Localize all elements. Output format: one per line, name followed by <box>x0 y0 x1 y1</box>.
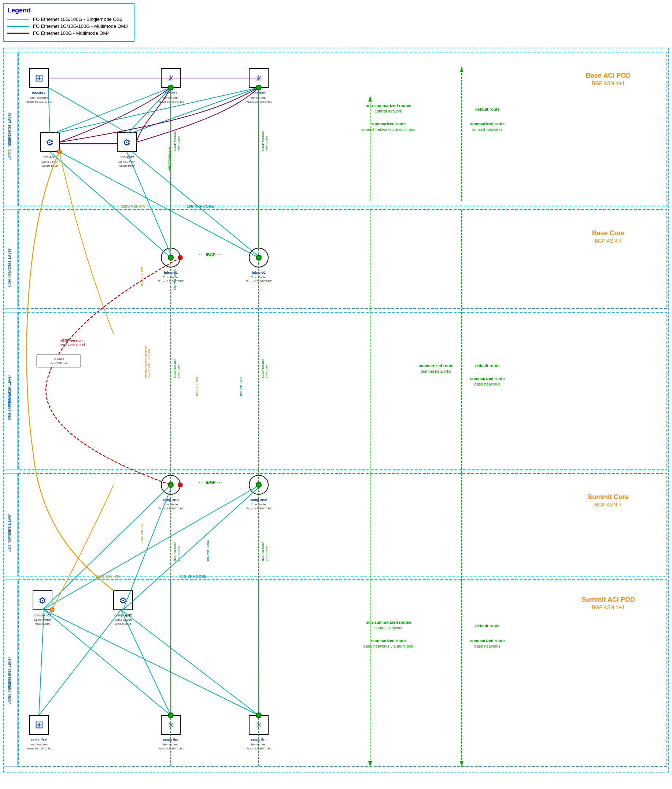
svg-text:10G VRF CORE: 10G VRF CORE <box>206 540 209 561</box>
svg-rect-16 <box>18 209 667 308</box>
svg-text:summarized route: summarized route <box>470 638 505 643</box>
svg-text:100G VRF IPN: 100G VRF IPN <box>195 377 199 396</box>
svg-text:Via NOIR Lab: Via NOIR Lab <box>49 362 68 365</box>
svg-text:VRF CORE: VRF CORE <box>177 546 180 561</box>
svg-text:default route: default route <box>475 624 500 628</box>
svg-line-140 <box>132 88 259 133</box>
svg-text:BGP ASN Y+1: BGP ASN Y+1 <box>592 604 625 610</box>
svg-text:Nexus 9504: Nexus 9504 <box>115 622 131 626</box>
svg-point-166 <box>168 255 173 260</box>
svg-text:⚙: ⚙ <box>119 596 127 605</box>
svg-text:non-summarized routes: non-summarized routes <box>366 103 412 108</box>
svg-line-153 <box>39 610 44 716</box>
svg-rect-15 <box>18 52 667 206</box>
svg-text:summit networks via multi-pod: summit networks via multi-pod <box>361 127 415 131</box>
svg-text:bdc-lfXY: bdc-lfXY <box>32 91 46 95</box>
svg-text:10G VRF CORE: 10G VRF CORE <box>173 268 177 290</box>
legend-item-1: FO Ethernet 10G/100G - Singlemode OS2 <box>7 16 128 22</box>
svg-line-137 <box>55 88 171 133</box>
svg-text:eBGP session: eBGP session <box>173 541 177 561</box>
svg-point-170 <box>168 713 173 718</box>
svg-text:⊞: ⊞ <box>35 72 43 83</box>
svg-text:BGP ASN X+1: BGP ASN X+1 <box>592 80 625 86</box>
svg-text:VRF CORE: VRF CORE <box>177 136 180 151</box>
svg-text:VRF CORE: VRF CORE <box>168 154 171 171</box>
svg-line-141 <box>50 152 171 258</box>
svg-text:⚙: ⚙ <box>123 137 131 147</box>
svg-text:Nexus 93108TC-EX: Nexus 93108TC-EX <box>26 747 52 750</box>
svg-marker-55 <box>460 67 463 72</box>
svg-text:eBGP session: eBGP session <box>173 358 177 378</box>
svg-text:base networks: base networks <box>474 644 501 648</box>
svg-point-171 <box>256 713 261 718</box>
svg-text:100G VRF IPN: 100G VRF IPN <box>121 204 145 209</box>
svg-text:Spine Switch: Spine Switch <box>34 618 51 621</box>
svg-text:Spine Switch: Spine Switch <box>115 618 131 621</box>
svg-text:⊞: ⊞ <box>35 719 43 730</box>
svg-text:eBGP session: eBGP session <box>173 131 177 151</box>
svg-text:Leaf Switches: Leaf Switches <box>30 96 48 99</box>
svg-text:Base ACI POD: Base ACI POD <box>586 72 630 79</box>
svg-marker-48 <box>368 96 372 102</box>
svg-text:10G VRF CORE: 10G VRF CORE <box>187 204 214 209</box>
svg-text:default route: default route <box>475 364 500 368</box>
svg-point-164 <box>168 85 173 90</box>
device-bdc-sp01: ⚙ bdc-sp01 Spine Switch Nexus 9508 <box>40 133 62 168</box>
svg-text:base networks via multi-pod: base networks via multi-pod <box>364 644 413 648</box>
svg-text:Nexus 93108TC-EX: Nexus 93108TC-EX <box>26 100 52 103</box>
wan-edge-layer-label: WAN Edge Layer Inter-site Network <box>4 312 18 470</box>
svg-text:Control Network: Control Network <box>7 134 11 161</box>
svg-text:eBGP session: eBGP session <box>261 541 265 561</box>
svg-point-165 <box>256 85 261 90</box>
svg-rect-18 <box>18 473 667 576</box>
svg-text:non-summarized routes: non-summarized routes <box>366 620 412 624</box>
svg-text:Core Network: Core Network <box>7 264 11 287</box>
svg-text:summarized route: summarized route <box>470 376 505 381</box>
svg-text:10G VRF CORE: 10G VRF CORE <box>180 575 207 579</box>
svg-text:⚙: ⚙ <box>38 596 46 605</box>
svg-text:eBGP session: eBGP session <box>261 131 265 151</box>
svg-text:Summit Core: Summit Core <box>588 493 629 501</box>
svg-text:control network: control network <box>375 109 402 113</box>
svg-text:Control Network: Control Network <box>7 678 11 705</box>
svg-text:bdc-sp02: bdc-sp02 <box>120 155 134 159</box>
svg-line-156 <box>121 610 171 716</box>
svg-text:MP-BGP EVPN session: MP-BGP EVPN session <box>144 346 147 378</box>
core-layer-label-summit: Core Layer Core Network <box>4 473 18 576</box>
core-layer-label-base: Core Layer Core Network <box>4 209 18 308</box>
svg-marker-53 <box>368 761 372 767</box>
svg-text:100G VRF IPN: 100G VRF IPN <box>95 575 120 579</box>
svg-text:VRF CORE: VRF CORE <box>265 136 268 151</box>
svg-text:summarized route: summarized route <box>419 364 453 368</box>
legend-item-3: FO Ethernet 100G - Multimode OM4 <box>7 30 128 36</box>
svg-text:Nexus 9508: Nexus 9508 <box>42 164 58 168</box>
svg-text:control Network: control Network <box>375 626 403 630</box>
svg-point-169 <box>256 482 261 487</box>
svg-text:Over OSPF - VRF IPN: Over OSPF - VRF IPN <box>148 349 151 378</box>
legend-title: Legend <box>7 6 128 14</box>
svg-text:Spine Switch: Spine Switch <box>118 160 135 163</box>
svg-text:summit networks: summit networks <box>421 369 452 374</box>
svg-text:summarized route: summarized route <box>470 122 505 126</box>
svg-line-154 <box>39 610 121 716</box>
diagram-container: Datacenter Layer Control Network Core La… <box>3 48 669 773</box>
svg-text:BGP ASN X: BGP ASN X <box>595 238 622 244</box>
svg-point-168 <box>168 482 173 487</box>
svg-text:comp-lfXY: comp-lfXY <box>31 738 47 742</box>
device-bdc-sp02: ⚙ bdc-sp02 Spine Switch Nexus 9508 <box>117 133 136 168</box>
svg-line-149 <box>123 485 172 610</box>
datacenter-layer-label-summit: Datacenter Layer Control Network <box>4 580 18 767</box>
svg-text:Core Network: Core Network <box>7 530 11 552</box>
svg-text:VRF Core: VRF Core <box>265 365 268 378</box>
svg-text:· · · iBGP · · ·: · · · iBGP · · · <box>199 480 222 484</box>
legend-item-2: FO Ethernet 1G/10G/100G - Multimode OM3 <box>7 24 128 29</box>
svg-point-167 <box>256 255 261 260</box>
svg-text:eBGP session: eBGP session <box>61 339 83 342</box>
device-bdc-lfxy: ⊞ bdc-lfXY Leaf Switches Nexus 93108TC-E… <box>26 69 52 103</box>
svg-text:summit networks: summit networks <box>472 127 503 131</box>
svg-text:over GRE tunnel: over GRE tunnel <box>61 343 85 347</box>
datacenter-layer-label-base: Datacenter Layer Control Network <box>4 52 18 206</box>
svg-line-142 <box>59 152 259 258</box>
svg-rect-198 <box>37 355 81 367</box>
svg-text:To Base: To Base <box>54 357 64 361</box>
